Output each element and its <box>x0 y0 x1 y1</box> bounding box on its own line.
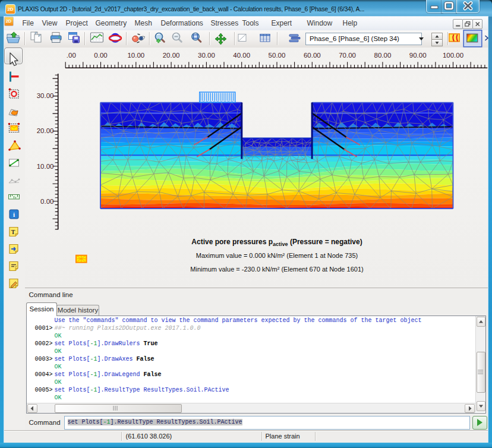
svg-text:20.00: 20.00 <box>37 127 54 134</box>
svg-text:Maximum value = 0.000 kN/m² (E: Maximum value = 0.000 kN/m² (Element 1 a… <box>196 252 358 259</box>
svg-text:Active pore pressures pactive: Active pore pressures pactive (Pressure … <box>191 238 362 247</box>
svg-text:10.00: 10.00 <box>37 163 54 170</box>
svg-text:.00: .00 <box>67 52 76 59</box>
svg-text:i: i <box>13 211 15 218</box>
svg-text:50.00: 50.00 <box>269 52 286 59</box>
svg-text:0.00: 0.00 <box>40 198 53 205</box>
svg-text:0.00: 0.00 <box>94 52 107 59</box>
svg-text:70.00: 70.00 <box>339 52 356 59</box>
svg-text:20.00: 20.00 <box>163 52 180 59</box>
svg-text:T: T <box>11 229 15 235</box>
svg-text:90.00: 90.00 <box>409 52 427 59</box>
svg-text:40.00: 40.00 <box>233 52 250 59</box>
svg-text:80.00: 80.00 <box>374 52 392 59</box>
svg-text:60.00: 60.00 <box>304 52 321 59</box>
svg-text:100.00: 100.00 <box>443 52 463 59</box>
svg-text:Minimum value = -230.0 kN/m² (: Minimum value = -230.0 kN/m² (Element 67… <box>190 266 363 273</box>
svg-text:30.00: 30.00 <box>37 92 54 99</box>
svg-text:30.00: 30.00 <box>198 52 215 59</box>
svg-text:10.00: 10.00 <box>127 52 144 59</box>
